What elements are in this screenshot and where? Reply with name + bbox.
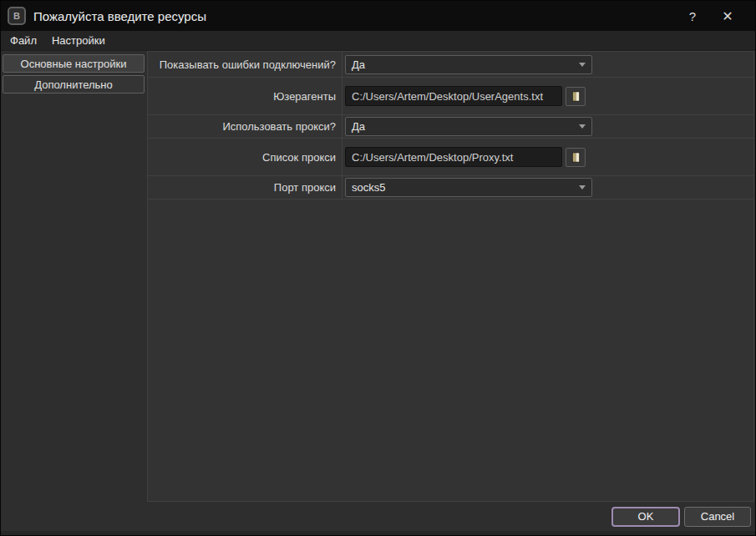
field-label-proxy-list: Список прокси xyxy=(148,139,342,175)
ok-button[interactable]: OK xyxy=(611,507,680,527)
menu-item-settings[interactable]: Настройки xyxy=(44,31,113,50)
field-cell: Да xyxy=(342,52,753,77)
app-icon-letter: B xyxy=(13,11,20,21)
select-value: Да xyxy=(352,120,365,133)
settings-form-panel: Показывать ошибки подключений? Да Юзераг… xyxy=(147,51,754,502)
help-button[interactable]: ? xyxy=(675,1,710,31)
field-cell xyxy=(342,139,753,175)
chevron-down-icon xyxy=(579,124,586,129)
content-area: Основные настройки Дополнительно Показыв… xyxy=(1,51,755,502)
form-row-proxy-port: Порт прокси socks5 xyxy=(148,176,753,200)
field-label-show-errors: Показывать ошибки подключений? xyxy=(148,52,342,77)
close-button[interactable]: ✕ xyxy=(710,1,745,31)
field-cell xyxy=(342,78,753,114)
form-empty-area xyxy=(148,200,753,501)
window-title: Пожалуйста введите ресурсы xyxy=(33,9,206,23)
close-icon: ✕ xyxy=(722,8,733,24)
dialog-footer: OK Cancel xyxy=(1,502,755,531)
sidebar: Основные настройки Дополнительно xyxy=(1,51,147,502)
use-proxy-select[interactable]: Да xyxy=(345,117,592,136)
show-errors-select[interactable]: Да xyxy=(345,55,592,74)
field-cell: socks5 xyxy=(342,176,753,199)
app-icon: B xyxy=(8,7,26,25)
chevron-down-icon xyxy=(579,185,586,190)
proxy-list-browse-button[interactable] xyxy=(566,148,586,167)
select-value: Да xyxy=(352,58,365,71)
question-mark-icon: ? xyxy=(689,9,696,23)
dialog-window: B Пожалуйста введите ресурсы ? ✕ Файл На… xyxy=(0,0,756,536)
field-label-useragents: Юзерагенты xyxy=(148,78,342,114)
menu-item-file[interactable]: Файл xyxy=(3,31,44,50)
field-label-proxy-port: Порт прокси xyxy=(148,176,342,199)
window-bottom-edge xyxy=(1,531,755,535)
select-value: socks5 xyxy=(352,181,385,194)
menu-bar: Файл Настройки xyxy=(1,31,755,51)
useragents-browse-button[interactable] xyxy=(566,87,586,106)
form-row-useragents: Юзерагенты xyxy=(148,78,753,115)
sidebar-item-additional[interactable]: Дополнительно xyxy=(3,75,145,94)
proxy-list-path-input[interactable] xyxy=(345,147,562,167)
chevron-down-icon xyxy=(579,63,586,67)
proxy-port-select[interactable]: socks5 xyxy=(345,178,592,197)
useragents-path-input[interactable] xyxy=(345,86,562,106)
form-row-proxy-list: Список прокси xyxy=(148,139,753,176)
form-row-use-proxy: Использовать прокси? Да xyxy=(148,115,753,139)
field-cell: Да xyxy=(342,115,753,138)
field-label-use-proxy: Использовать прокси? xyxy=(148,115,342,138)
folder-icon xyxy=(570,90,582,103)
title-bar[interactable]: B Пожалуйста введите ресурсы ? ✕ xyxy=(1,1,755,31)
folder-icon xyxy=(570,151,582,164)
form-row-show-errors: Показывать ошибки подключений? Да xyxy=(148,52,753,78)
cancel-button[interactable]: Cancel xyxy=(684,507,751,527)
sidebar-item-general-settings[interactable]: Основные настройки xyxy=(3,54,145,73)
